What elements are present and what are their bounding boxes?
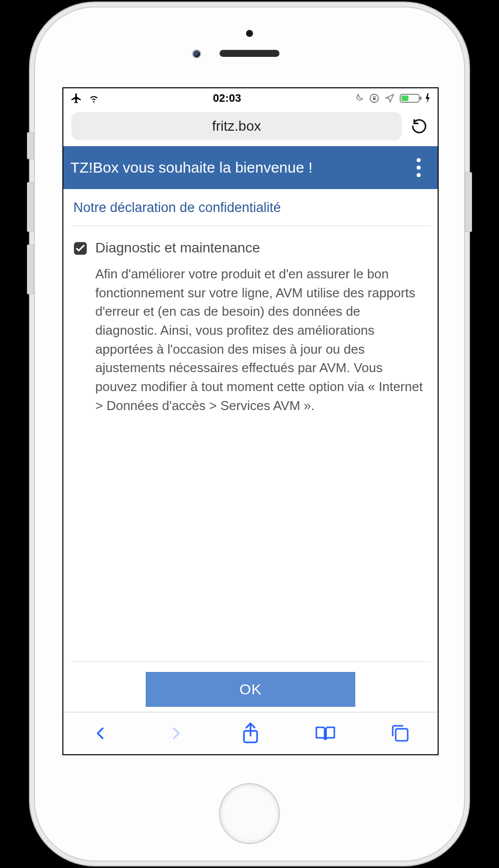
wifi-icon <box>87 93 100 103</box>
tabs-icon[interactable] <box>387 720 414 747</box>
battery-icon <box>400 93 431 104</box>
app-header-title: TZ!Box vous souhaite la bienvenue ! <box>70 159 312 176</box>
phone-frame: 02:03 <box>35 7 464 861</box>
volume-up-btn <box>27 182 34 232</box>
proximity-sensor <box>246 30 253 37</box>
content-area: Notre déclaration de confidentialité Dia… <box>63 189 438 712</box>
svg-rect-1 <box>373 98 376 100</box>
safari-toolbar <box>63 712 438 754</box>
safari-address-bar: fritz.box <box>63 109 438 146</box>
svg-rect-4 <box>402 96 409 101</box>
footer: OK <box>63 662 438 712</box>
diagnostics-row: Diagnostic et maintenance <box>63 226 438 256</box>
svg-rect-7 <box>396 729 408 741</box>
address-field[interactable]: fritz.box <box>71 112 402 140</box>
share-icon[interactable] <box>237 720 264 747</box>
reload-icon[interactable] <box>409 118 430 135</box>
diagnostics-title: Diagnostic et maintenance <box>95 240 260 256</box>
bookmarks-icon[interactable] <box>312 720 339 747</box>
airplane-mode-icon <box>70 92 82 104</box>
location-icon <box>385 93 395 103</box>
volume-down-btn <box>27 244 34 294</box>
orientation-lock-icon <box>369 93 380 104</box>
earpiece-speaker <box>220 50 279 57</box>
screen: 02:03 <box>62 87 439 755</box>
back-button[interactable] <box>87 720 114 747</box>
address-text: fritz.box <box>212 118 261 134</box>
power-button <box>465 172 472 232</box>
app-header: TZ!Box vous souhaite la bienvenue ! <box>63 146 438 189</box>
ok-button[interactable]: OK <box>146 672 355 707</box>
ios-status-bar: 02:03 <box>63 88 438 109</box>
more-menu-icon[interactable] <box>411 158 427 177</box>
diagnostics-description: Afin d'améliorer votre produit et d'en a… <box>63 256 438 416</box>
home-button[interactable] <box>220 784 279 843</box>
diagnostics-checkbox[interactable] <box>73 241 87 255</box>
forward-button[interactable] <box>162 720 189 747</box>
front-camera <box>192 49 201 58</box>
privacy-declaration-link[interactable]: Notre déclaration de confidentialité <box>63 189 438 225</box>
mute-switch <box>27 132 34 159</box>
clock: 02:03 <box>213 92 241 105</box>
svg-rect-3 <box>420 97 422 100</box>
do-not-disturb-icon <box>354 93 364 103</box>
